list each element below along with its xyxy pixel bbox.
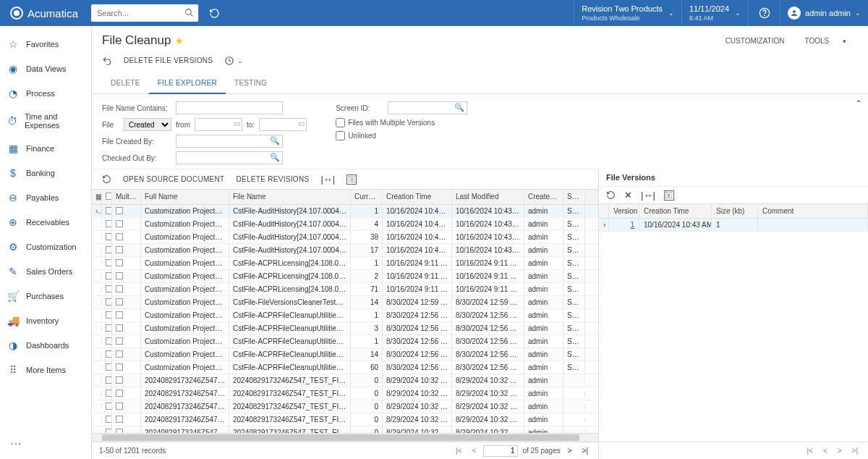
favorite-star-icon[interactable]: ★	[175, 35, 184, 46]
collapse-filter-icon[interactable]: ⌃	[855, 98, 862, 109]
table-row[interactable]: Customization Projects (a840... CstFile-…	[92, 361, 598, 374]
col-creation-time[interactable]: Creation Time	[383, 190, 452, 204]
last-page-button[interactable]: >|	[849, 447, 861, 455]
row-checkbox[interactable]	[102, 282, 112, 297]
search-icon[interactable]: 🔍	[270, 136, 280, 146]
search-icon[interactable]	[184, 8, 194, 17]
row-checkbox[interactable]	[102, 387, 112, 401]
table-row[interactable]: 20240829173246Z547_TEST... 2024082917324…	[92, 426, 598, 433]
sidebar-item-inventory[interactable]: 🚚Inventory	[0, 308, 91, 333]
row-checkbox[interactable]	[102, 413, 112, 427]
table-row[interactable]: Customization Projects (8b54... CstFile-…	[92, 348, 598, 361]
file-filter-select[interactable]: Created	[124, 118, 171, 131]
delete-version-button[interactable]: ✕	[624, 190, 632, 201]
row-checkbox[interactable]	[102, 217, 112, 232]
calendar-icon[interactable]: ▭	[234, 119, 240, 127]
row-checkbox[interactable]	[102, 400, 112, 414]
brand-logo[interactable]: Acumatica	[0, 7, 88, 20]
checkbox-col[interactable]	[102, 190, 112, 204]
page-input[interactable]	[483, 445, 518, 457]
tab-file-explorer[interactable]: FILE EXPLORER	[149, 73, 226, 94]
refresh-button[interactable]	[198, 0, 230, 26]
table-row[interactable]: 20240829173246Z547_TEST... 2024082917324…	[92, 413, 598, 426]
row-indicator[interactable]	[92, 300, 102, 306]
row-indicator[interactable]	[92, 339, 102, 345]
row-indicator[interactable]	[92, 326, 102, 332]
table-row[interactable]: Customization Projects (324e... CstFile-…	[92, 244, 598, 257]
last-page-button[interactable]: >|	[579, 447, 591, 455]
search-icon[interactable]: 🔍	[270, 153, 280, 162]
more-items-ellipsis[interactable]: ⋯	[3, 432, 30, 455]
export-button[interactable]: 🇽	[346, 174, 357, 185]
row-checkbox[interactable]	[102, 348, 112, 362]
col-version-creation-time[interactable]: Creation Time	[639, 204, 712, 218]
open-source-document-button[interactable]: OPEN SOURCE DOCUMENT	[123, 175, 224, 183]
date-selector[interactable]: 11/11/2024 6:41 AM ⌄	[681, 0, 748, 26]
row-checkbox[interactable]	[102, 321, 112, 336]
table-row[interactable]: Customization Projects (4ed2... CstFile-…	[92, 309, 598, 322]
row-indicator[interactable]	[92, 417, 102, 423]
row-indicator[interactable]	[92, 365, 102, 371]
horizontal-scrollbar[interactable]	[92, 433, 598, 442]
col-last-modified[interactable]: Last Modified	[452, 190, 524, 204]
export-versions-button[interactable]: 🇽	[664, 190, 674, 201]
first-page-button[interactable]: |<	[804, 447, 815, 455]
row-indicator[interactable]	[92, 235, 102, 240]
user-menu[interactable]: admin admin ⌄	[780, 0, 868, 26]
sidebar-item-sales-orders[interactable]: ✎Sales Orders	[0, 259, 91, 284]
row-checkbox[interactable]	[102, 295, 112, 310]
search-icon[interactable]: 🔍	[454, 103, 464, 112]
checked-out-by-input[interactable]	[176, 151, 283, 164]
row-checkbox[interactable]	[102, 374, 112, 388]
cell-version[interactable]: 1	[609, 219, 639, 232]
row-checkbox[interactable]	[102, 426, 112, 434]
col-full-name[interactable]: Full Name	[141, 190, 229, 204]
row-indicator[interactable]	[92, 352, 102, 358]
row-checkbox[interactable]	[102, 334, 112, 349]
next-page-button[interactable]: >	[565, 447, 575, 455]
sidebar-item-purchases[interactable]: 🛒Purchases	[0, 284, 91, 308]
prev-page-button[interactable]: <	[820, 447, 830, 455]
unlinked-checkbox[interactable]	[336, 131, 345, 140]
sidebar-item-customization[interactable]: ⚙Customization	[0, 235, 91, 259]
row-indicator[interactable]	[92, 261, 102, 266]
col-file-name[interactable]: File Name	[229, 190, 351, 204]
version-row[interactable]: › 1 10/16/2024 10:43 AM 1	[599, 219, 868, 232]
sidebar-item-data-views[interactable]: ◉Data Views	[0, 56, 91, 81]
table-row[interactable]: Customization Projects (0126... CstFile-…	[92, 335, 598, 348]
sidebar-item-process[interactable]: ◔Process	[0, 81, 91, 106]
row-indicator[interactable]: ›	[92, 205, 102, 218]
col-version-comment[interactable]: Comment	[758, 204, 868, 218]
table-row[interactable]: 20240829173246Z547_TEST... 2024082917324…	[92, 374, 598, 387]
schedule-button[interactable]	[224, 56, 234, 66]
file-name-contains-input[interactable]	[176, 101, 283, 114]
col-screen-id[interactable]: Scree ID	[563, 190, 585, 204]
table-row[interactable]: Customization Projects (7a8f... CstFile-…	[92, 231, 598, 244]
help-button[interactable]	[748, 0, 780, 26]
prev-page-button[interactable]: <	[469, 447, 480, 455]
col-multiple-versions[interactable]: Multiple Version	[112, 190, 141, 204]
row-checkbox[interactable]	[102, 361, 112, 375]
row-indicator[interactable]: ›	[599, 219, 609, 232]
sidebar-item-favorites[interactable]: ☆Favorites	[0, 32, 91, 56]
delete-revisions-button[interactable]: DELETE REVISIONS	[236, 175, 309, 183]
fit-columns-button[interactable]: |↔|	[320, 174, 335, 185]
undo-button[interactable]	[102, 56, 112, 66]
table-row[interactable]: Customization Projects (0d3f... CstFile-…	[92, 270, 598, 283]
table-row[interactable]: Customization Projects (8b3c... CstFile-…	[92, 218, 598, 231]
row-checkbox[interactable]	[102, 269, 112, 284]
customization-link[interactable]: CUSTOMIZATION	[720, 34, 791, 48]
col-version-size[interactable]: Size (kb)	[712, 204, 758, 218]
sidebar-item-finance[interactable]: ▦Finance	[0, 136, 91, 161]
table-row[interactable]: Customization Projects (ff69c... CstFile…	[92, 296, 598, 309]
calendar-icon[interactable]: ▭	[298, 119, 305, 127]
row-checkbox[interactable]	[102, 256, 112, 271]
sidebar-item-dashboards[interactable]: ◑Dashboards	[0, 333, 91, 358]
row-checkbox[interactable]	[102, 243, 112, 258]
refresh-versions-button[interactable]	[606, 190, 616, 200]
row-indicator[interactable]	[92, 313, 102, 319]
tenant-selector[interactable]: Revision Two Products Products Wholesale…	[574, 0, 681, 26]
row-indicator[interactable]	[92, 222, 102, 227]
delete-file-versions-button[interactable]: DELETE FILE VERSIONS	[122, 54, 214, 67]
multiple-versions-checkbox[interactable]	[336, 118, 345, 127]
